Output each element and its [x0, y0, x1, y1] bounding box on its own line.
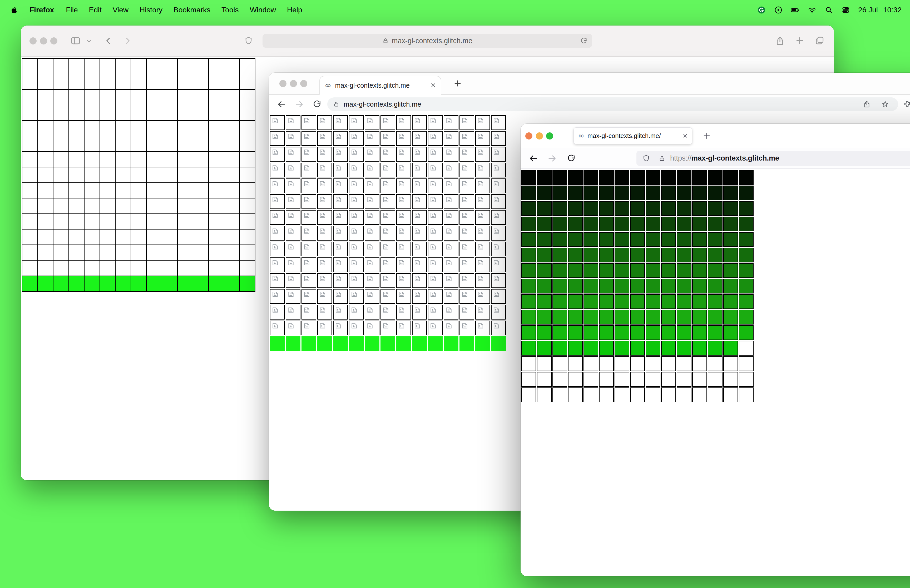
menu-item-tools[interactable]: Tools	[216, 6, 244, 14]
grid-cell	[147, 245, 162, 260]
share-icon[interactable]	[775, 36, 785, 46]
firefox-page-content	[520, 169, 910, 576]
grid-cell	[270, 336, 284, 351]
close-tab-icon[interactable]	[430, 82, 436, 89]
grid-cell	[491, 273, 506, 288]
reload-icon[interactable]	[580, 37, 587, 44]
broken-image-icon	[461, 228, 468, 234]
wifi-icon[interactable]	[808, 5, 816, 15]
grid-cell	[583, 201, 598, 216]
close-tab-icon[interactable]	[682, 132, 688, 139]
new-tab-icon[interactable]	[453, 79, 462, 88]
close-button[interactable]	[29, 37, 37, 44]
close-button[interactable]	[525, 132, 532, 139]
broken-image-icon	[461, 117, 468, 124]
lock-icon[interactable]	[659, 155, 665, 162]
grid-cell	[412, 273, 427, 288]
broken-image-icon	[272, 133, 279, 140]
menu-item-help[interactable]: Help	[281, 6, 308, 14]
broken-image-icon	[398, 259, 405, 266]
extensions-icon[interactable]	[903, 100, 910, 108]
new-tab-icon[interactable]	[795, 36, 805, 45]
minimize-button[interactable]	[290, 80, 297, 87]
search-icon[interactable]	[824, 5, 833, 15]
grid-cell	[553, 186, 567, 200]
grid-cell	[661, 232, 676, 247]
menu-item-history[interactable]: History	[134, 6, 168, 14]
menu-bar-clock[interactable]: 26 Jul 10:32	[858, 6, 902, 14]
grid-cell	[475, 289, 490, 304]
forward-icon[interactable]	[295, 100, 304, 109]
grid-cell	[723, 263, 738, 278]
minimize-button[interactable]	[536, 132, 543, 139]
broken-image-icon	[351, 149, 357, 155]
battery-icon[interactable]	[791, 5, 800, 15]
privacy-shield-icon[interactable]	[244, 36, 253, 45]
grid-cell	[692, 341, 707, 355]
grid-cell	[317, 257, 332, 272]
grid-cell	[537, 263, 552, 278]
broken-image-icon	[288, 275, 294, 282]
firefox-address-bar[interactable]: https://max-gl-contexts.glitch.me	[637, 151, 910, 166]
grid-cell	[333, 242, 348, 256]
broken-image-icon	[414, 165, 421, 171]
grid-cell	[475, 178, 490, 193]
menu-item-bookmarks[interactable]: Bookmarks	[168, 6, 216, 14]
tabs-overview-icon[interactable]	[815, 36, 824, 45]
broken-image-icon	[288, 180, 294, 187]
chevron-down-icon[interactable]	[86, 38, 92, 44]
share-icon[interactable]	[863, 100, 871, 108]
forward-icon[interactable]	[123, 36, 132, 45]
play-icon[interactable]	[774, 5, 783, 15]
grid-cell	[365, 321, 380, 335]
sidebar-icon[interactable]	[70, 36, 81, 46]
safari-address-bar[interactable]: max-gl-contexts.glitch.me	[262, 34, 592, 48]
reload-icon[interactable]	[567, 154, 575, 163]
grid-cell	[677, 279, 692, 294]
close-button[interactable]	[280, 80, 286, 87]
zoom-button[interactable]	[546, 132, 553, 139]
firefox-active-tab[interactable]: ∞ max-gl-contexts.glitch.me/	[574, 128, 692, 144]
new-tab-icon[interactable]	[702, 131, 711, 140]
grid-cell	[444, 257, 458, 272]
grammarly-icon[interactable]	[757, 5, 766, 15]
menu-item-edit[interactable]: Edit	[83, 6, 107, 14]
grid-cell	[412, 305, 427, 320]
broken-image-icon	[430, 322, 436, 329]
forward-icon[interactable]	[548, 154, 557, 163]
grid-cell	[333, 336, 348, 351]
broken-image-icon	[477, 117, 484, 124]
chrome-address-bar[interactable]: max-gl-contexts.glitch.me	[327, 97, 898, 111]
menu-item-window[interactable]: Window	[244, 6, 281, 14]
back-icon[interactable]	[104, 36, 113, 45]
broken-image-icon	[430, 259, 436, 266]
zoom-button[interactable]	[300, 80, 307, 87]
back-icon[interactable]	[529, 154, 538, 163]
bookmark-star-icon[interactable]	[881, 100, 889, 108]
tracking-shield-icon[interactable]	[642, 155, 650, 162]
grid-cell	[491, 336, 506, 351]
menu-item-file[interactable]: File	[60, 6, 83, 14]
active-app-name[interactable]: Firefox	[23, 6, 60, 14]
grid-cell	[537, 356, 552, 371]
reload-icon[interactable]	[312, 100, 322, 109]
grid-cell	[100, 74, 115, 89]
minimize-button[interactable]	[40, 37, 47, 44]
grid-cell	[38, 136, 53, 151]
grid-cell	[53, 105, 68, 120]
apple-icon[interactable]	[11, 5, 19, 15]
back-icon[interactable]	[277, 100, 286, 109]
grid-cell	[491, 305, 506, 320]
grid-cell	[428, 178, 443, 193]
chrome-active-tab[interactable]: ∞ max-gl-contexts.glitch.me	[319, 76, 441, 95]
grid-cell	[630, 186, 645, 200]
grid-cell	[38, 59, 53, 74]
grid-cell	[53, 59, 68, 74]
zoom-button[interactable]	[50, 37, 57, 44]
menu-item-view[interactable]: View	[107, 6, 134, 14]
broken-image-icon	[382, 212, 389, 219]
control-center-icon[interactable]	[841, 5, 850, 15]
grid-cell	[475, 242, 490, 256]
broken-image-icon	[303, 117, 310, 124]
grid-cell	[162, 90, 177, 105]
